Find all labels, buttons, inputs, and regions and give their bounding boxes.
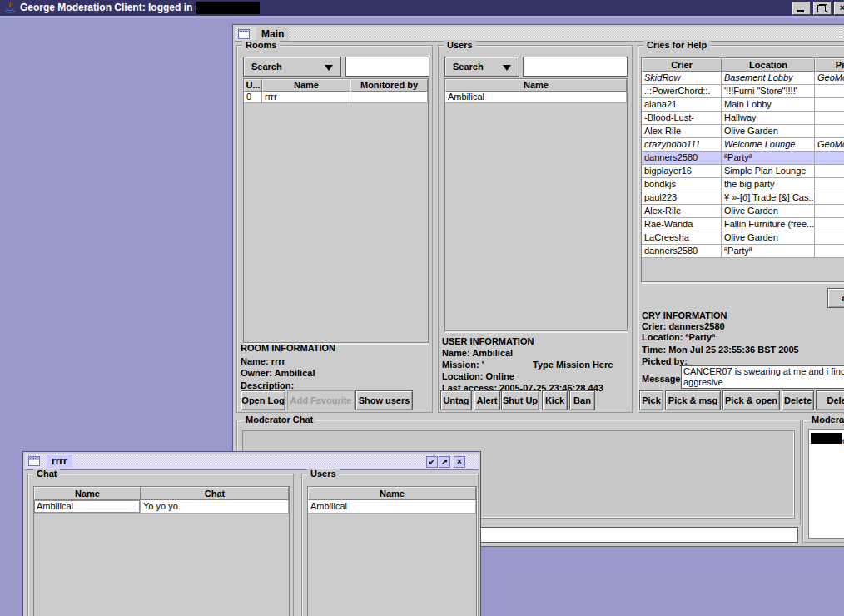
table-row[interactable]: danners2580ªPartyª [642, 152, 844, 165]
room-frame-titlebar[interactable]: rrrr ↙ ↗ × [25, 454, 479, 470]
table-cell: bondkjs [642, 178, 722, 191]
untag-button[interactable]: Untag [440, 390, 472, 410]
cries-table[interactable]: CrierLocationPiSkidRowBasement LobbyGeoM… [641, 57, 844, 282]
column-header[interactable]: Crier [642, 58, 722, 72]
table-row[interactable]: 0rrrr [244, 92, 428, 103]
column-header[interactable]: Monitored by [350, 79, 428, 92]
rooms-panel-legend: Rooms [242, 40, 280, 50]
table-row[interactable]: Alex-RileOlive Garden [642, 205, 844, 218]
window-border-strip [0, 16, 844, 18]
room-users-legend: Users [307, 469, 340, 479]
users-search-dropdown[interactable]: Search [444, 57, 519, 77]
delete-cut-button[interactable]: Delete [816, 390, 844, 410]
cut-off-button[interactable]: a [827, 288, 844, 308]
table-row[interactable]: paul223¥ »-[ő] Trade [&] Cas... [642, 191, 844, 205]
moderators-list[interactable]: GeoMod [808, 429, 844, 539]
close-frame-button[interactable]: × [454, 456, 465, 468]
restore-icon [817, 4, 827, 12]
table-row[interactable]: Rae-WandaFallin Furniture (free... [642, 218, 844, 231]
table-cell [815, 178, 844, 191]
users-panel-legend: Users [444, 40, 476, 50]
column-header[interactable]: Name [262, 79, 350, 92]
cry-message-line2: aggresive [683, 377, 844, 388]
rooms-table[interactable]: U...NameMonitored by0rrrr [243, 78, 429, 343]
room-users-table[interactable]: NameAmbilical [307, 486, 477, 616]
table-row[interactable]: Ambilical [445, 92, 627, 103]
cry-message-textarea[interactable]: CANCER07 is swearing at me and i find th… [681, 365, 844, 389]
room-owner-label: Owner: Ambilical [241, 368, 315, 378]
column-header[interactable]: U... [244, 79, 262, 92]
table-row[interactable]: LaCreeshaOlive Garden [642, 231, 844, 245]
table-cell [350, 92, 428, 103]
maximize-button[interactable]: ↗ [439, 456, 450, 468]
iconify-button[interactable]: ↙ [426, 456, 438, 468]
table-cell: Ambilical [308, 500, 476, 514]
table-cell: bigplayer16 [642, 165, 722, 178]
minimize-button[interactable] [792, 2, 811, 15]
table-row[interactable]: Alex-RileOlive Garden [642, 125, 844, 138]
table-row[interactable]: SkidRowBasement LobbyGeoMod [642, 72, 844, 85]
main-frame-titlebar[interactable]: Main [235, 27, 844, 42]
table-cell [815, 231, 844, 245]
window-titlebar[interactable]: George Moderation Client: logged in as × [0, 0, 844, 16]
table-cell: .::PowerChord::. [642, 85, 722, 98]
users-panel: Users Search NameAmbilical USER INFORMAT… [438, 45, 633, 413]
users-search-input[interactable] [523, 57, 628, 77]
show-users-button[interactable]: Show users [355, 390, 413, 410]
chevron-down-icon [503, 65, 511, 75]
column-header[interactable]: Name [308, 487, 476, 500]
table-cell: danners2580 [642, 152, 722, 165]
column-header[interactable]: Name [34, 487, 141, 500]
table-cell: Main Lobby [722, 98, 815, 112]
user-mission-label: Mission: ' [442, 360, 484, 370]
pick-and-msg-button[interactable]: Pick & msg [665, 390, 721, 410]
shut-up-button[interactable]: Shut Up [501, 390, 539, 410]
table-cell [815, 152, 844, 165]
rooms-search-dropdown[interactable]: Search [243, 57, 341, 77]
rooms-panel: Rooms Search U...NameMonitored by0rrrr R… [236, 45, 433, 413]
table-cell: Rae-Wanda [642, 218, 722, 231]
column-header[interactable]: Name [445, 79, 627, 92]
moderators-panel: Moderato GeoMod [802, 420, 844, 543]
table-cell: Simple Plan Lounge [722, 165, 815, 178]
table-cell: SkidRow [642, 72, 722, 85]
table-row[interactable]: Ambilical [308, 500, 476, 514]
rooms-search-input[interactable] [345, 57, 429, 77]
open-log-button[interactable]: Open Log [241, 390, 285, 410]
table-cell: -Blood-Lust- [642, 112, 722, 125]
table-row[interactable]: bondkjsthe big party [642, 178, 844, 191]
table-row[interactable]: alana21Main Lobby [642, 98, 844, 112]
table-row[interactable]: AmbilicalYo yo yo. [34, 500, 289, 514]
ban-button[interactable]: Ban [569, 390, 595, 410]
restore-button[interactable] [813, 2, 832, 15]
pick-button[interactable]: Pick [639, 390, 663, 410]
kick-button[interactable]: Kick [542, 390, 568, 410]
table-cell: Fallin Furniture (free... [722, 218, 815, 231]
moderator-chat-legend: Moderator Chat [242, 415, 316, 425]
user-information-heading: USER INFORMATION [442, 336, 534, 346]
users-table[interactable]: NameAmbilical [444, 78, 628, 331]
list-item[interactable]: GeoMod [809, 433, 844, 449]
table-row[interactable]: bigplayer16Simple Plan Lounge [642, 165, 844, 178]
table-row[interactable]: crazyhobo111Welcome LoungeGeoMod [642, 138, 844, 152]
room-description-label: Description: [241, 380, 294, 390]
table-cell: rrrr [262, 92, 350, 103]
delete-button[interactable]: Delete [782, 390, 814, 410]
pick-and-open-button[interactable]: Pick & open [722, 390, 780, 410]
column-header[interactable]: Chat [141, 487, 289, 500]
users-search-dropdown-value: Search [453, 62, 484, 72]
table-row[interactable]: -Blood-Lust-Hallway [642, 112, 844, 125]
table-cell: the big party [722, 178, 815, 191]
column-header[interactable]: Pi [815, 58, 844, 72]
table-header-row: CrierLocationPi [642, 58, 844, 72]
table-row[interactable]: danners2580ªPartyª [642, 245, 844, 258]
table-header-row: NameChat [34, 487, 289, 500]
mission-hint-label[interactable]: Type Mission Here [533, 360, 613, 370]
close-button[interactable]: × [834, 2, 844, 15]
alert-button[interactable]: Alert [474, 390, 500, 410]
room-chat-table[interactable]: NameChatAmbilicalYo yo yo. [33, 486, 290, 616]
table-cell: Ambilical [34, 500, 141, 514]
column-header[interactable]: Location [722, 58, 815, 72]
table-row[interactable]: .::PowerChord::.'!!!Furni "Store"!!!!' [642, 85, 844, 98]
desktop: George Moderation Client: logged in as ×… [0, 0, 844, 616]
